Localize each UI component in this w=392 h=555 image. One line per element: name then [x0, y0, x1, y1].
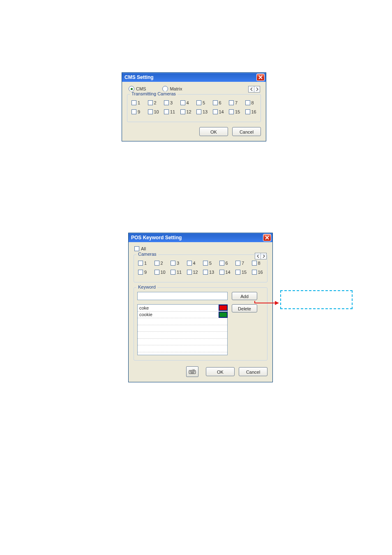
pager-left-icon[interactable]: [249, 86, 254, 92]
keyword-row[interactable]: coke: [138, 305, 227, 312]
camera-checkbox-7[interactable]: 7: [229, 100, 241, 105]
camera-checkbox-8[interactable]: 8: [252, 261, 264, 266]
camera-checkbox-14[interactable]: 14: [219, 270, 232, 275]
delete-button[interactable]: Delete: [232, 304, 257, 312]
camera-checkbox-6[interactable]: 6: [219, 261, 232, 266]
cms-body: CMS Matrix Transmitting Cameras 1 2 3 4 …: [122, 82, 266, 141]
callout-box: [280, 290, 353, 309]
cms-titlebar: CMS Setting: [122, 73, 266, 82]
pos-body: All Cameras 1 2 3 4 5 6 7 8 9 10 11: [129, 242, 272, 382]
pager-cms: [248, 86, 260, 92]
pos-keyword-dialog: POS Keyword Setting All Cameras 1 2 3 4 …: [128, 233, 273, 382]
keyword-group: Keyword coke cookie: [134, 287, 267, 361]
pos-cam-row-1: 1 2 3 4 5 6 7 8: [138, 261, 264, 266]
camera-checkbox-14[interactable]: 14: [213, 109, 225, 114]
add-button[interactable]: Add: [232, 292, 257, 300]
camera-checkbox-9[interactable]: 9: [138, 270, 150, 275]
cancel-button[interactable]: Cancel: [239, 367, 267, 376]
keyword-row[interactable]: cookie: [138, 312, 227, 319]
pager-right-icon[interactable]: [254, 86, 260, 92]
keyword-text: cookie: [138, 312, 219, 317]
cms-setting-dialog: CMS Setting CMS Matrix Transmitting Came…: [122, 72, 266, 141]
cameras-legend: Cameras: [136, 252, 158, 257]
keyword-text: coke: [138, 305, 219, 310]
camera-checkbox-16[interactable]: 16: [252, 270, 264, 275]
pos-cam-row-2: 9 10 11 12 13 14 15 16: [138, 270, 264, 275]
keyword-legend: Keyword: [136, 284, 157, 289]
camera-checkbox-1[interactable]: 1: [131, 100, 144, 105]
camera-checkbox-1[interactable]: 1: [138, 261, 150, 266]
all-label: All: [141, 246, 146, 251]
camera-checkbox-11[interactable]: 11: [164, 109, 176, 114]
camera-checkbox-6[interactable]: 6: [213, 100, 225, 105]
camera-checkbox-4[interactable]: 4: [187, 261, 199, 266]
radio-matrix[interactable]: Matrix: [162, 86, 182, 92]
radio-cms[interactable]: CMS: [129, 86, 146, 92]
radio-icon: [129, 86, 134, 92]
camera-checkbox-7[interactable]: 7: [235, 261, 248, 266]
camera-checkbox-3[interactable]: 3: [171, 261, 183, 266]
color-swatch[interactable]: [219, 305, 228, 311]
camera-checkbox-13[interactable]: 13: [196, 109, 209, 114]
close-icon[interactable]: [256, 74, 265, 81]
pos-titlebar: POS Keyword Setting: [129, 233, 272, 242]
pos-title: POS Keyword Setting: [131, 235, 182, 240]
camera-checkbox-13[interactable]: 13: [203, 270, 215, 275]
camera-checkbox-12[interactable]: 12: [180, 109, 193, 114]
close-icon[interactable]: [263, 234, 271, 241]
radio-cms-label: CMS: [136, 86, 146, 91]
camera-checkbox-15[interactable]: 15: [235, 270, 248, 275]
cms-radio-row: CMS Matrix: [129, 86, 261, 92]
keyword-list[interactable]: coke cookie: [137, 304, 228, 355]
transmitting-cameras-legend: Transmitting Cameras: [130, 91, 178, 96]
camera-checkbox-5[interactable]: 5: [203, 261, 215, 266]
ok-button[interactable]: OK: [199, 127, 228, 136]
camera-checkbox-9[interactable]: 9: [131, 109, 144, 114]
keyword-input[interactable]: [137, 292, 228, 300]
keyboard-icon[interactable]: [186, 366, 198, 377]
callout-arrow-head-icon: [275, 301, 279, 305]
camera-checkbox-2[interactable]: 2: [154, 261, 167, 266]
cameras-group: Cameras 1 2 3 4 5 6 7 8 9 10 11 12 13 14…: [134, 254, 267, 282]
camera-checkbox-3[interactable]: 3: [164, 100, 176, 105]
callout-arrow-stub: [254, 301, 255, 303]
radio-matrix-label: Matrix: [170, 86, 182, 91]
transmitting-cameras-group: Transmitting Cameras 1 2 3 4 5 6 7 8 9 1…: [127, 94, 261, 122]
cms-cam-row-1: 1 2 3 4 5 6 7 8: [131, 100, 257, 105]
color-swatch[interactable]: [219, 312, 228, 318]
ok-button[interactable]: OK: [206, 367, 235, 376]
cms-title: CMS Setting: [125, 74, 154, 80]
camera-checkbox-2[interactable]: 2: [148, 100, 160, 105]
pos-footer: OK Cancel: [134, 366, 267, 377]
all-checkbox[interactable]: All: [134, 246, 146, 251]
cancel-button[interactable]: Cancel: [232, 127, 261, 136]
callout-arrow-line: [254, 303, 276, 303]
camera-checkbox-4[interactable]: 4: [180, 100, 193, 105]
camera-checkbox-5[interactable]: 5: [196, 100, 209, 105]
camera-checkbox-16[interactable]: 16: [245, 109, 258, 114]
cms-cam-row-2: 9 10 11 12 13 14 15 16: [131, 109, 257, 114]
camera-checkbox-8[interactable]: 8: [245, 100, 258, 105]
camera-checkbox-11[interactable]: 11: [171, 270, 183, 275]
camera-checkbox-15[interactable]: 15: [229, 109, 241, 114]
camera-checkbox-10[interactable]: 10: [148, 109, 160, 114]
radio-icon: [162, 86, 168, 92]
cms-footer: OK Cancel: [127, 127, 261, 136]
camera-checkbox-12[interactable]: 12: [187, 270, 199, 275]
camera-checkbox-10[interactable]: 10: [154, 270, 167, 275]
